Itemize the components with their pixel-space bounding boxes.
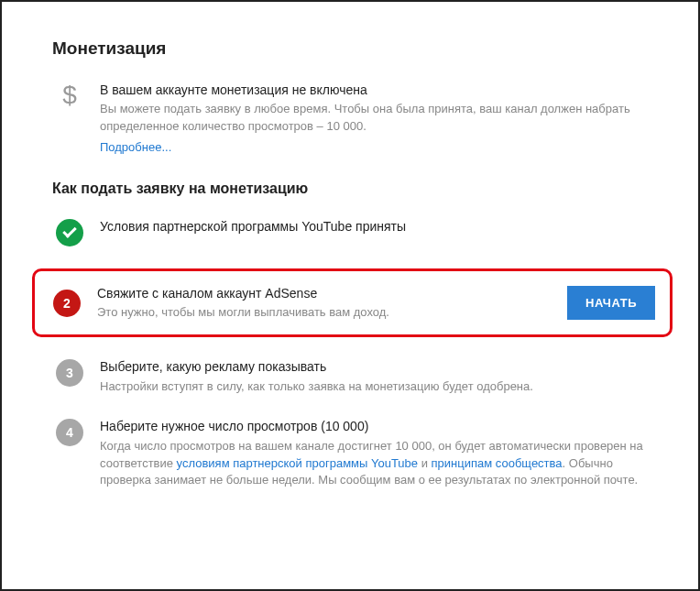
step-4-badge: 4 [56,419,83,446]
step-3-badge: 3 [56,359,83,387]
step-3-desc: Настройки вступят в силу, как только зая… [100,378,652,396]
checkmark-icon [56,219,83,246]
community-principles-link[interactable]: принципам сообщества [432,456,563,470]
step-4-text-2: и [418,456,432,470]
step-2-desc: Это нужно, чтобы мы могли выплачивать ва… [97,304,567,322]
start-button[interactable]: НАЧАТЬ [567,286,655,320]
step-3-row: 3 Выберите, какую рекламу показывать Нас… [52,357,652,395]
learn-more-link[interactable]: Подробнее... [100,140,171,154]
step-2-badge: 2 [53,290,81,317]
step-3-title: Выберите, какую рекламу показывать [100,357,652,376]
step-1-row: Условия партнерской программы YouTube пр… [52,217,652,246]
page-title: Монетизация [52,38,652,59]
status-desc: Вы можете подать заявку в любое время. Ч… [100,101,652,136]
monetization-status-row: $ В вашем аккаунте монетизация не включе… [52,81,652,157]
step-4-title: Наберите нужное число просмотров (10 000… [100,417,652,435]
step-4-row: 4 Наберите нужное число просмотров (10 0… [52,417,652,489]
dollar-icon: $ [62,82,77,108]
step-2-highlight: 2 Свяжите с каналом аккаунт AdSense Это … [32,268,673,337]
status-title: В вашем аккаунте монетизация не включена [100,81,652,99]
step-4-desc: Когда число просмотров на вашем канале д… [100,438,652,490]
step-2-title: Свяжите с каналом аккаунт AdSense [97,284,567,302]
how-to-apply-title: Как подать заявку на монетизацию [52,181,652,197]
partner-terms-link[interactable]: условиям партнерской программы YouTube [177,456,418,470]
step-1-title: Условия партнерской программы YouTube пр… [100,217,652,235]
